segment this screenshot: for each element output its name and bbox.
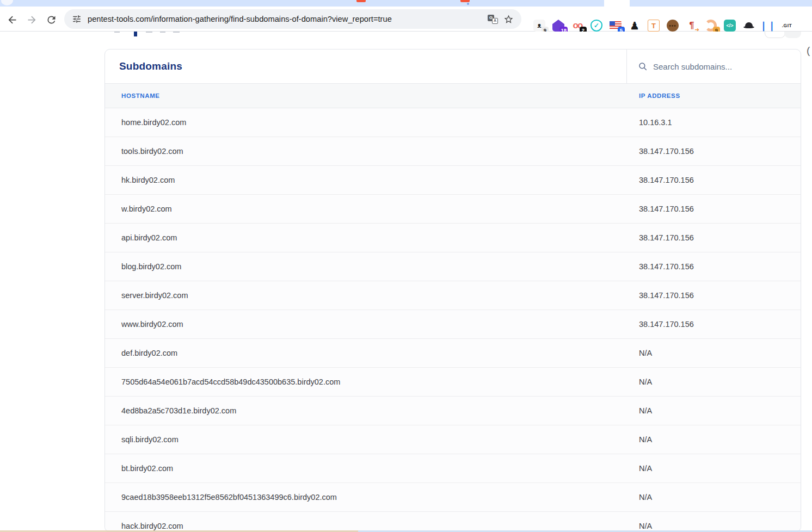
tab-separator	[604, 0, 630, 7]
ninja-extension-icon-glyph: ♟	[629, 20, 641, 32]
ip-address-cell: N/A	[639, 464, 801, 473]
clipped-profile-icon: (	[807, 45, 810, 57]
ip-address-cell: 38.147.170.156	[639, 291, 801, 300]
hostname-cell: home.birdy02.com	[105, 118, 639, 127]
back-button[interactable]	[5, 13, 19, 26]
table-row[interactable]: blog.birdy02.com38.147.170.156	[105, 252, 801, 281]
hostname-cell: 4ed8ba2a5c703d1e.birdy02.com	[105, 406, 639, 415]
hostname-cell: bt.birdy02.com	[105, 464, 639, 473]
ip-address-cell: N/A	[639, 378, 801, 386]
ip-address-cell: 38.147.170.156	[639, 205, 801, 213]
hat-extension-icon[interactable]	[743, 20, 755, 32]
rings-extension-icon[interactable]: oo2	[571, 20, 583, 32]
table-row[interactable]: home.birdy02.com10.16.3.1	[105, 108, 801, 137]
hostname-cell: blog.birdy02.com	[105, 262, 639, 271]
hostname-cell: hk.birdy02.com	[105, 176, 639, 184]
clipped-toggle-button[interactable]	[765, 32, 785, 38]
ip-address-cell: N/A	[639, 406, 801, 415]
clipped-toggle-button[interactable]	[784, 32, 801, 38]
reload-button[interactable]	[45, 13, 58, 26]
git-extension-icon[interactable]: .GIT	[781, 20, 793, 32]
hostname-cell: 9caed18b3958eeb1312f5e8562bf0451363499c6…	[105, 493, 639, 502]
hostname-cell: sqli.birdy02.com	[105, 435, 639, 444]
hostname-cell: api.birdy02.com	[105, 233, 639, 242]
site-settings-icon[interactable]	[72, 14, 82, 24]
shield-check-extension-icon[interactable]: ✓	[590, 20, 602, 32]
hostname-cell: www.birdy02.com	[105, 320, 639, 329]
table-row[interactable]: server.birdy02.com38.147.170.156	[105, 281, 801, 310]
forward-arrow-icon	[26, 14, 38, 26]
hostname-cell: tools.birdy02.com	[105, 147, 639, 156]
ip-address-cell: 38.147.170.156	[639, 262, 801, 271]
bookmark-star-icon[interactable]	[503, 14, 514, 24]
search-input[interactable]	[653, 62, 778, 71]
clipped-letter-fragment	[134, 32, 137, 36]
letter-t-extension-icon-glyph: T	[648, 20, 660, 32]
table-row[interactable]: 7505d64a54e061b7acd54ccd58b49dc43500b635…	[105, 368, 801, 397]
pilcrow-extension-icon[interactable]: ¶	[686, 20, 698, 32]
table-row[interactable]: api.birdy02.com38.147.170.156	[105, 224, 801, 252]
cookie-extension-icon[interactable]: •••	[667, 20, 679, 32]
tab-corner	[1, 0, 13, 5]
table-row[interactable]: 4ed8ba2a5c703d1e.birdy02.comN/A	[105, 397, 801, 425]
table-row[interactable]: tools.birdy02.com38.147.170.156	[105, 137, 801, 166]
table-row[interactable]: 9caed18b3958eeb1312f5e8562bf0451363499c6…	[105, 483, 801, 512]
translate-icon[interactable]: G A	[488, 15, 498, 24]
ip-address-cell: 10.16.3.1	[639, 118, 801, 127]
tower-extension-icon[interactable]: 18	[552, 20, 564, 32]
shield-check-extension-icon-glyph: ✓	[590, 20, 602, 32]
ip-address-cell: 38.147.170.156	[639, 320, 801, 329]
back-arrow-icon	[7, 14, 18, 26]
hostname-cell: w.birdy02.com	[105, 205, 639, 213]
table-header-row: HOSTNAME IP ADDRESS	[105, 83, 801, 108]
table-row[interactable]: def.birdy02.comN/A	[105, 339, 801, 368]
code-extension-icon[interactable]: </>	[724, 20, 736, 32]
subdomains-card: Subdomains HOSTNAME IP ADDRESS home.bird…	[104, 49, 801, 532]
ip-address-column-header[interactable]: IP ADDRESS	[639, 92, 801, 99]
hostname-cell: server.birdy02.com	[105, 291, 639, 300]
pause-bars-extension-icon-glyph: ❘❘	[762, 20, 774, 32]
table-row[interactable]: sqli.birdy02.comN/A	[105, 425, 801, 454]
hostname-cell: def.birdy02.com	[105, 349, 639, 357]
letter-t-extension-icon[interactable]: T	[648, 20, 660, 32]
browser-toolbar: pentest-tools.com/information-gathering/…	[0, 7, 812, 32]
sticker-extension-icon[interactable]: ᴥ9	[533, 20, 545, 32]
ip-address-cell: N/A	[639, 435, 801, 444]
hostname-column-header[interactable]: HOSTNAME	[105, 92, 639, 99]
search-icon	[638, 61, 648, 71]
table-body: home.birdy02.com10.16.3.1tools.birdy02.c…	[105, 108, 801, 532]
table-row[interactable]: bt.birdy02.comN/A	[105, 454, 801, 483]
code-extension-icon-glyph: </>	[724, 20, 736, 32]
table-row[interactable]: w.birdy02.com38.147.170.156	[105, 195, 801, 224]
page-viewport: Subdomains HOSTNAME IP ADDRESS home.bird…	[0, 32, 812, 532]
ip-address-cell: 38.147.170.156	[639, 147, 801, 156]
ip-address-cell: 38.147.170.156	[639, 233, 801, 242]
ip-address-cell: N/A	[639, 522, 801, 530]
ip-address-cell: N/A	[639, 349, 801, 357]
url-bar[interactable]: pentest-tools.com/information-gathering/…	[64, 9, 521, 29]
orange-ring-extension-icon[interactable]: 9	[705, 20, 717, 32]
us-flag-extension-icon[interactable]: 5	[610, 20, 622, 32]
table-row[interactable]: hack.birdy02.comN/A	[105, 512, 801, 532]
pilcrow-extension-icon-glyph: ¶	[686, 20, 698, 32]
cookie-extension-icon-glyph: •••	[667, 20, 679, 32]
browser-tab-strip	[0, 0, 812, 7]
reload-icon	[46, 14, 57, 26]
tab-favicon-badge	[460, 0, 470, 2]
table-row[interactable]: hk.birdy02.com38.147.170.156	[105, 166, 801, 195]
pause-bars-extension-icon[interactable]: ❘❘	[762, 20, 774, 32]
search-box[interactable]	[626, 50, 801, 83]
tab-favicon-dot	[467, 3, 469, 5]
url-text[interactable]: pentest-tools.com/information-gathering/…	[88, 15, 488, 23]
card-title: Subdomains	[105, 50, 626, 83]
forward-button[interactable]	[25, 13, 38, 26]
tab-favicon-badge	[356, 0, 366, 2]
ninja-extension-icon[interactable]: ♟	[629, 20, 641, 32]
hostname-cell: hack.birdy02.com	[105, 522, 639, 530]
hostname-cell: 7505d64a54e061b7acd54ccd58b49dc43500b635…	[105, 378, 639, 386]
ip-address-cell: N/A	[639, 493, 801, 502]
ip-address-cell: 38.147.170.156	[639, 176, 801, 184]
git-extension-icon-glyph: .GIT	[781, 20, 793, 32]
table-row[interactable]: www.birdy02.com38.147.170.156	[105, 310, 801, 339]
card-header: Subdomains	[105, 50, 801, 83]
